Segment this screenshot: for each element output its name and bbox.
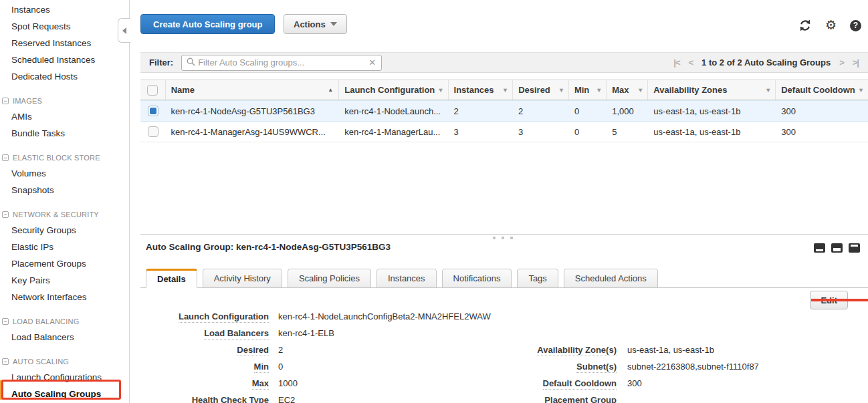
column-label: Instances — [454, 85, 494, 95]
tab-notifications[interactable]: Notifications — [442, 269, 512, 288]
help-icon[interactable]: ? — [850, 20, 861, 31]
sidebar-section-header[interactable]: −AUTO SCALING — [0, 354, 129, 369]
column-header-desired[interactable]: Desired▾ — [513, 80, 569, 100]
table-row[interactable]: ken-rc4-1-ManagerAsg-14US9WWCR...ken-rc4… — [140, 122, 868, 142]
tab-scheduled-actions[interactable]: Scheduled Actions — [564, 269, 658, 288]
row-checkbox[interactable] — [148, 126, 158, 137]
pane-layout-full-icon[interactable] — [849, 243, 860, 253]
detail-field-row: Availability Zone(s)us-east-1a, us-east-… — [515, 345, 759, 362]
column-menu-icon[interactable]: ▾ — [639, 86, 642, 94]
details-tabs: DetailsActivity HistoryScaling PoliciesI… — [146, 269, 658, 288]
sidebar-section-label: ELASTIC BLOCK STORE — [13, 150, 100, 165]
sidebar-section-header[interactable]: −IMAGES — [0, 94, 129, 108]
collapse-section-icon[interactable]: − — [2, 98, 9, 104]
tab-details[interactable]: Details — [146, 269, 197, 288]
split-drag-handle[interactable] — [493, 237, 513, 239]
column-header-max[interactable]: Max▾ — [607, 80, 648, 100]
sidebar-item-network-interfaces[interactable]: Network Interfaces — [0, 289, 129, 305]
column-menu-icon[interactable]: ▾ — [439, 86, 443, 94]
collapse-section-icon[interactable]: − — [2, 154, 9, 161]
column-header-min[interactable]: Min▾ — [569, 80, 607, 100]
edit-button[interactable]: Edit — [810, 291, 848, 309]
sidebar-item-volumes[interactable]: Volumes — [0, 165, 129, 182]
pagination-last-button[interactable]: >| — [853, 57, 859, 68]
sidebar-item-auto-scaling-groups[interactable]: Auto Scaling Groups — [0, 386, 129, 402]
field-label: Max — [146, 378, 269, 388]
sidebar-collapse-button[interactable] — [118, 18, 130, 43]
collapse-left-icon — [122, 27, 126, 34]
sidebar-item-dedicated-hosts[interactable]: Dedicated Hosts — [0, 68, 129, 85]
clear-filter-icon[interactable]: ✕ — [368, 57, 376, 68]
column-header-launch-configuration[interactable]: Launch Configuration▾ — [339, 80, 448, 100]
tab-scaling-policies[interactable]: Scaling Policies — [288, 269, 371, 288]
filter-input[interactable] — [195, 56, 368, 70]
column-menu-icon[interactable]: ▾ — [859, 86, 863, 94]
select-all-checkbox[interactable] — [147, 85, 158, 96]
sidebar-item-load-balancers[interactable]: Load Balancers — [0, 329, 129, 346]
sidebar-divider — [129, 0, 130, 403]
sidebar-section-header[interactable]: −NETWORK & SECURITY — [0, 207, 129, 222]
collapse-section-icon[interactable]: − — [2, 358, 9, 365]
settings-gear-icon[interactable]: ⚙ — [825, 19, 837, 31]
field-value: 0 — [278, 362, 283, 372]
detail-field-row: Subnet(s)subnet-22163808,subnet-f1110f87 — [515, 362, 759, 378]
sidebar-nav: InstancesSpot RequestsReserved Instances… — [0, 0, 129, 403]
detail-field-row: Launch Configurationken-rc4-1-NodeLaunch… — [146, 311, 491, 328]
column-menu-icon[interactable]: ▾ — [597, 86, 601, 94]
column-label: Default Cooldown — [781, 85, 855, 95]
sidebar-item-placement-groups[interactable]: Placement Groups — [0, 255, 129, 272]
detail-field-row: Desired2 — [146, 345, 491, 362]
row-checkbox[interactable] — [148, 106, 158, 116]
column-label: Min — [574, 85, 589, 95]
collapse-section-icon[interactable]: − — [2, 318, 9, 325]
pane-layout-split-icon[interactable] — [831, 243, 843, 253]
field-label: Health Check Type — [146, 395, 269, 403]
field-value: ken-rc4-1-ELB — [278, 328, 334, 338]
collapse-section-icon[interactable]: − — [2, 211, 9, 218]
pagination-first-button[interactable]: |< — [673, 57, 679, 68]
column-menu-icon[interactable]: ▾ — [766, 86, 770, 94]
select-all-checkbox-cell — [140, 80, 166, 100]
column-header-availability-zones[interactable]: Availability Zones▾ — [648, 80, 776, 100]
pagination-next-button[interactable]: > — [839, 57, 844, 68]
cell-min: 0 — [569, 122, 607, 142]
tab-tags[interactable]: Tags — [517, 269, 558, 288]
sidebar-item-key-pairs[interactable]: Key Pairs — [0, 272, 129, 289]
sidebar-item-instances[interactable]: Instances — [0, 1, 129, 18]
tab-instances[interactable]: Instances — [376, 269, 437, 288]
sort-ascending-icon[interactable]: ▲ — [328, 87, 333, 93]
sidebar-item-scheduled-instances[interactable]: Scheduled Instances — [0, 51, 129, 68]
detail-field-row: Default Cooldown300 — [515, 378, 759, 395]
field-label: Default Cooldown — [515, 378, 617, 388]
sidebar-item-reserved-instances[interactable]: Reserved Instances — [0, 35, 129, 51]
sidebar-item-snapshots[interactable]: Snapshots — [0, 182, 129, 198]
table-row[interactable]: ken-rc4-1-NodeAsg-G5TU3P561BG3ken-rc4-1-… — [140, 100, 868, 122]
tab-activity-history[interactable]: Activity History — [203, 269, 282, 288]
column-label: Max — [612, 85, 629, 95]
sidebar-item-bundle-tasks[interactable]: Bundle Tasks — [0, 125, 129, 142]
refresh-icon[interactable] — [798, 19, 812, 32]
sidebar-item-elastic-ips[interactable]: Elastic IPs — [0, 239, 129, 255]
column-header-instances[interactable]: Instances▾ — [449, 80, 514, 100]
actions-dropdown-button[interactable]: Actions — [284, 14, 347, 34]
column-label: Name — [171, 85, 195, 95]
column-label: Availability Zones — [653, 85, 727, 95]
create-auto-scaling-group-button[interactable]: Create Auto Scaling group — [140, 14, 275, 34]
column-menu-icon[interactable]: ▾ — [560, 86, 563, 94]
column-header-default-cooldown[interactable]: Default Cooldown▾ — [776, 80, 868, 100]
column-menu-icon[interactable]: ▾ — [504, 86, 507, 94]
sidebar-item-security-groups[interactable]: Security Groups — [0, 222, 129, 239]
pagination-prev-button[interactable]: < — [688, 57, 693, 68]
pane-layout-bottom-icon[interactable] — [814, 243, 825, 253]
sidebar-item-spot-requests[interactable]: Spot Requests — [0, 18, 129, 35]
split-pane-divider — [140, 234, 868, 235]
column-header-name[interactable]: Name▲ — [166, 80, 340, 100]
detail-field-row: Min0 — [146, 362, 491, 378]
active-item-orange-bar — [0, 380, 3, 400]
sidebar-section-header[interactable]: −LOAD BALANCING — [0, 314, 129, 329]
sidebar-item-amis[interactable]: AMIs — [0, 108, 129, 125]
cell-availability-zones: us-east-1a, us-east-1b — [648, 122, 776, 142]
sidebar-section-header[interactable]: −ELASTIC BLOCK STORE — [0, 150, 129, 165]
sidebar-section-label: IMAGES — [13, 94, 42, 108]
sidebar-item-launch-configurations[interactable]: Launch Configurations — [0, 369, 129, 386]
